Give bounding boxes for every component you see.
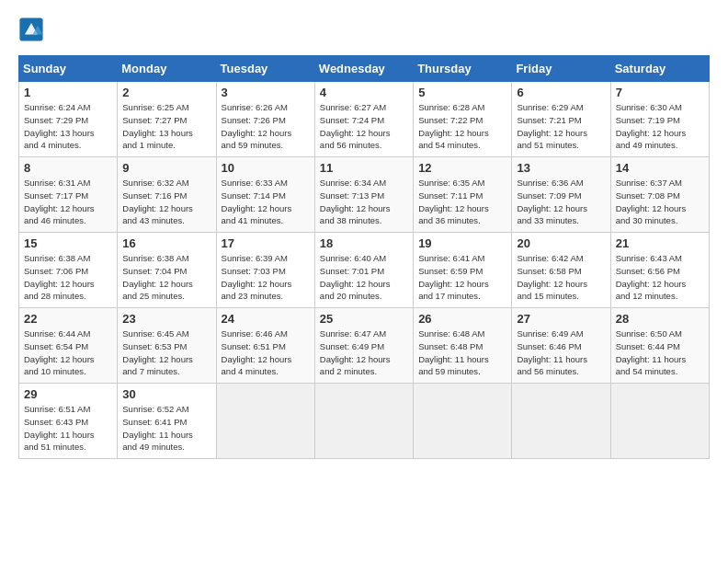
day-number: 21 (616, 236, 704, 250)
day-number: 8 (24, 161, 112, 175)
day-info: Sunrise: 6:24 AMSunset: 7:29 PMDaylight:… (24, 101, 112, 152)
day-info: Sunrise: 6:26 AMSunset: 7:26 PMDaylight:… (222, 101, 310, 152)
calendar-week-5: 29Sunrise: 6:51 AMSunset: 6:43 PMDayligh… (19, 384, 710, 459)
day-info: Sunrise: 6:47 AMSunset: 6:49 PMDaylight:… (320, 327, 408, 378)
header-monday: Monday (118, 56, 216, 82)
day-info: Sunrise: 6:49 AMSunset: 6:46 PMDaylight:… (517, 327, 605, 378)
calendar-week-1: 1Sunrise: 6:24 AMSunset: 7:29 PMDaylight… (19, 82, 710, 157)
day-info: Sunrise: 6:35 AMSunset: 7:11 PMDaylight:… (418, 177, 506, 227)
day-number: 27 (517, 312, 605, 326)
calendar-cell: 17Sunrise: 6:39 AMSunset: 7:03 PMDayligh… (216, 233, 314, 308)
day-number: 30 (122, 387, 210, 401)
calendar-cell: 27Sunrise: 6:49 AMSunset: 6:46 PMDayligh… (512, 308, 610, 384)
day-number: 13 (517, 161, 605, 175)
calendar-cell: 6Sunrise: 6:29 AMSunset: 7:21 PMDaylight… (512, 82, 610, 157)
day-info: Sunrise: 6:28 AMSunset: 7:22 PMDaylight:… (418, 101, 506, 152)
day-number: 12 (418, 161, 506, 175)
day-info: Sunrise: 6:38 AMSunset: 7:04 PMDaylight:… (122, 252, 210, 303)
day-number: 9 (122, 161, 210, 175)
page-header (18, 17, 710, 42)
day-info: Sunrise: 6:29 AMSunset: 7:21 PMDaylight:… (517, 101, 605, 152)
day-info: Sunrise: 6:32 AMSunset: 7:16 PMDaylight:… (122, 177, 210, 227)
day-number: 10 (222, 161, 310, 175)
calendar-cell: 1Sunrise: 6:24 AMSunset: 7:29 PMDaylight… (19, 82, 118, 157)
calendar-cell: 2Sunrise: 6:25 AMSunset: 7:27 PMDaylight… (118, 82, 216, 157)
calendar-cell: 23Sunrise: 6:45 AMSunset: 6:53 PMDayligh… (118, 308, 216, 384)
day-number: 19 (418, 236, 506, 250)
day-number: 17 (222, 236, 310, 250)
day-info: Sunrise: 6:37 AMSunset: 7:08 PMDaylight:… (616, 177, 704, 227)
calendar-cell: 7Sunrise: 6:30 AMSunset: 7:19 PMDaylight… (610, 82, 709, 157)
calendar-cell: 15Sunrise: 6:38 AMSunset: 7:06 PMDayligh… (19, 233, 118, 308)
calendar-cell: 16Sunrise: 6:38 AMSunset: 7:04 PMDayligh… (118, 233, 216, 308)
calendar-cell: 10Sunrise: 6:33 AMSunset: 7:14 PMDayligh… (216, 157, 314, 233)
day-number: 5 (418, 86, 506, 99)
logo-icon (18, 17, 44, 42)
day-number: 2 (122, 86, 210, 99)
calendar-cell: 11Sunrise: 6:34 AMSunset: 7:13 PMDayligh… (314, 157, 413, 233)
day-info: Sunrise: 6:27 AMSunset: 7:24 PMDaylight:… (320, 101, 408, 152)
day-number: 20 (517, 236, 605, 250)
day-number: 23 (122, 312, 210, 326)
day-number: 16 (122, 236, 210, 250)
day-number: 6 (517, 86, 605, 99)
day-info: Sunrise: 6:39 AMSunset: 7:03 PMDaylight:… (222, 252, 310, 303)
header-friday: Friday (512, 56, 610, 82)
calendar-cell: 28Sunrise: 6:50 AMSunset: 6:44 PMDayligh… (610, 308, 709, 384)
day-info: Sunrise: 6:30 AMSunset: 7:19 PMDaylight:… (616, 101, 704, 152)
header-tuesday: Tuesday (216, 56, 314, 82)
day-info: Sunrise: 6:31 AMSunset: 7:17 PMDaylight:… (24, 177, 112, 227)
day-info: Sunrise: 6:42 AMSunset: 6:58 PMDaylight:… (517, 252, 605, 303)
calendar-cell: 29Sunrise: 6:51 AMSunset: 6:43 PMDayligh… (19, 384, 118, 459)
day-number: 7 (616, 86, 704, 99)
calendar-table: SundayMondayTuesdayWednesdayThursdayFrid… (18, 55, 710, 459)
calendar-header-row: SundayMondayTuesdayWednesdayThursdayFrid… (19, 56, 710, 82)
calendar-cell (610, 384, 709, 459)
day-info: Sunrise: 6:46 AMSunset: 6:51 PMDaylight:… (222, 327, 310, 378)
calendar-cell: 13Sunrise: 6:36 AMSunset: 7:09 PMDayligh… (512, 157, 610, 233)
calendar-cell: 18Sunrise: 6:40 AMSunset: 7:01 PMDayligh… (314, 233, 413, 308)
calendar-cell: 4Sunrise: 6:27 AMSunset: 7:24 PMDaylight… (314, 82, 413, 157)
calendar-cell: 22Sunrise: 6:44 AMSunset: 6:54 PMDayligh… (19, 308, 118, 384)
calendar-cell (216, 384, 314, 459)
day-info: Sunrise: 6:51 AMSunset: 6:43 PMDaylight:… (24, 403, 112, 454)
day-info: Sunrise: 6:40 AMSunset: 7:01 PMDaylight:… (320, 252, 408, 303)
calendar-cell: 24Sunrise: 6:46 AMSunset: 6:51 PMDayligh… (216, 308, 314, 384)
day-number: 11 (320, 161, 408, 175)
day-info: Sunrise: 6:34 AMSunset: 7:13 PMDaylight:… (320, 177, 408, 227)
header-wednesday: Wednesday (314, 56, 413, 82)
calendar-week-3: 15Sunrise: 6:38 AMSunset: 7:06 PMDayligh… (19, 233, 710, 308)
day-number: 25 (320, 312, 408, 326)
calendar-week-4: 22Sunrise: 6:44 AMSunset: 6:54 PMDayligh… (19, 308, 710, 384)
calendar-body: 1Sunrise: 6:24 AMSunset: 7:29 PMDaylight… (19, 82, 710, 459)
calendar-cell: 20Sunrise: 6:42 AMSunset: 6:58 PMDayligh… (512, 233, 610, 308)
day-info: Sunrise: 6:36 AMSunset: 7:09 PMDaylight:… (517, 177, 605, 227)
calendar-cell (512, 384, 610, 459)
day-info: Sunrise: 6:38 AMSunset: 7:06 PMDaylight:… (24, 252, 112, 303)
logo (18, 17, 48, 42)
day-info: Sunrise: 6:50 AMSunset: 6:44 PMDaylight:… (616, 327, 704, 378)
day-number: 1 (24, 86, 112, 99)
day-number: 26 (418, 312, 506, 326)
calendar-cell (414, 384, 512, 459)
calendar-cell: 8Sunrise: 6:31 AMSunset: 7:17 PMDaylight… (19, 157, 118, 233)
day-info: Sunrise: 6:45 AMSunset: 6:53 PMDaylight:… (122, 327, 210, 378)
day-info: Sunrise: 6:33 AMSunset: 7:14 PMDaylight:… (222, 177, 310, 227)
day-number: 15 (24, 236, 112, 250)
calendar-cell: 19Sunrise: 6:41 AMSunset: 6:59 PMDayligh… (414, 233, 512, 308)
day-info: Sunrise: 6:41 AMSunset: 6:59 PMDaylight:… (418, 252, 506, 303)
day-info: Sunrise: 6:52 AMSunset: 6:41 PMDaylight:… (122, 403, 210, 454)
calendar-week-2: 8Sunrise: 6:31 AMSunset: 7:17 PMDaylight… (19, 157, 710, 233)
calendar-cell: 26Sunrise: 6:48 AMSunset: 6:48 PMDayligh… (414, 308, 512, 384)
header-sunday: Sunday (19, 56, 118, 82)
day-info: Sunrise: 6:44 AMSunset: 6:54 PMDaylight:… (24, 327, 112, 378)
calendar-cell: 25Sunrise: 6:47 AMSunset: 6:49 PMDayligh… (314, 308, 413, 384)
calendar-cell: 3Sunrise: 6:26 AMSunset: 7:26 PMDaylight… (216, 82, 314, 157)
header-thursday: Thursday (414, 56, 512, 82)
calendar-cell: 30Sunrise: 6:52 AMSunset: 6:41 PMDayligh… (118, 384, 216, 459)
calendar-cell (314, 384, 413, 459)
day-number: 14 (616, 161, 704, 175)
day-info: Sunrise: 6:25 AMSunset: 7:27 PMDaylight:… (122, 101, 210, 152)
calendar-cell: 5Sunrise: 6:28 AMSunset: 7:22 PMDaylight… (414, 82, 512, 157)
calendar-cell: 14Sunrise: 6:37 AMSunset: 7:08 PMDayligh… (610, 157, 709, 233)
